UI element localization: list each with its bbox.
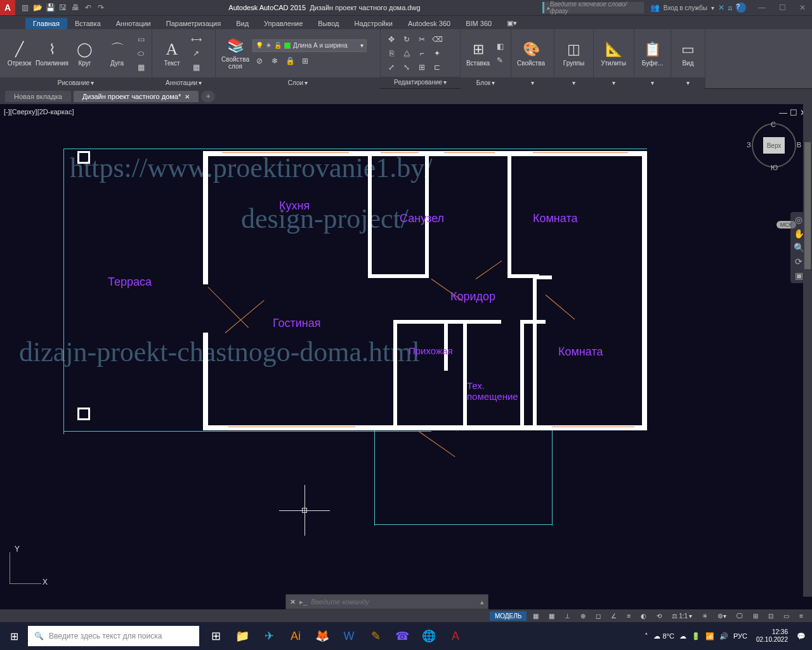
layer-combo[interactable]: 💡 ☀ 🔓 Длина А и ширина ▾ [252,39,367,52]
hardware-icon[interactable]: ⊞ [749,612,762,620]
layer-match-icon[interactable]: ⊞ [299,55,311,67]
command-line[interactable]: ✕ ▸_ ▴ [285,594,488,609]
insert-button[interactable]: ⊞Вставка [464,30,492,76]
snap-icon[interactable]: ▦ [545,612,558,620]
move-icon[interactable]: ✥ [385,33,398,46]
panel-block-title[interactable]: Блок ▾ [461,77,511,89]
copy-icon[interactable]: ⎘ [385,47,398,60]
panel-modify-title[interactable]: Редактирование ▾ [381,77,460,88]
viewport-label[interactable]: [-][Сверху][2D-каркас] [4,108,74,116]
tab-manage[interactable]: Управление [256,18,310,29]
onedrive-icon[interactable]: ☁ [679,632,686,640]
volume-icon[interactable]: 🔊 [719,632,728,640]
panel-util-title[interactable]: ▾ [594,77,634,89]
help-search-input[interactable]: ▸ Введите ключевое слово/фразу [542,2,644,13]
tab-annotate[interactable]: Аннотации [108,18,159,29]
app-store-icon[interactable]: ⩍ [728,3,732,12]
tab-output[interactable]: Вывод [310,18,346,29]
wifi-icon[interactable]: 📶 [705,632,714,640]
ortho-icon[interactable]: ⊥ [561,612,574,620]
tab-home[interactable]: Главная [25,18,67,29]
offset-icon[interactable]: ⊏ [431,61,443,74]
battery-icon[interactable]: 🔋 [691,632,700,640]
polar-icon[interactable]: ⊕ [577,612,589,620]
minimize-button[interactable]: — [752,0,771,15]
orbit-icon[interactable]: ⟳ [795,256,802,267]
close-button[interactable]: ✕ [793,0,812,15]
tab-addins[interactable]: Надстройки [347,18,400,29]
trim-icon[interactable]: ✂ [416,33,428,46]
qat-undo-icon[interactable]: ↶ [82,2,94,13]
viber-icon[interactable]: ☎ [390,622,415,650]
scale-icon[interactable]: ⤡ [400,61,413,74]
table-icon[interactable]: ▦ [190,61,202,74]
lang-indicator[interactable]: РУС [733,632,747,640]
panel-draw-title[interactable]: Рисование ▾ [0,77,152,89]
signin-area[interactable]: 👥 Вход в службы ▾ ✕ ⩍ ? [644,3,752,13]
panel-annot-title[interactable]: Аннотации ▾ [152,77,215,89]
showmotion-icon[interactable]: ▣ [795,270,803,281]
qat-new-icon[interactable]: ▥ [19,2,30,13]
text-button[interactable]: AТекст [156,30,188,76]
ai-icon[interactable]: Ai [283,622,308,650]
exchange-icon[interactable]: ✕ [718,3,724,12]
edit-block-icon[interactable]: ✎ [494,54,506,67]
taskbar-clock[interactable]: 12:3602.10.2022 [752,628,792,644]
pan-icon[interactable]: ✋ [794,229,804,239]
doctab-current[interactable]: Дизайн проект частного дома*✕ [74,91,199,102]
hatch-icon[interactable]: ▦ [134,61,147,74]
weather-icon[interactable]: ☁ 8°C [653,632,674,640]
utilities-button[interactable]: 📐Утилиты [598,30,629,76]
layer-freeze-icon[interactable]: ❄ [268,55,281,67]
line-button[interactable]: ╱Отрезок [4,30,35,76]
doctab-add[interactable]: + [201,91,215,102]
qat-redo-icon[interactable]: ↷ [95,2,107,13]
qat-saveas-icon[interactable]: 🖫 [57,2,69,13]
layer-off-icon[interactable]: ⊘ [253,55,266,67]
groups-button[interactable]: ◫Группы [558,30,589,76]
pencil-icon[interactable]: ✎ [363,622,388,650]
layer-props-button[interactable]: 📚Свойства слоя [219,30,251,76]
cycling-icon[interactable]: ⟲ [653,612,665,620]
doctab-new[interactable]: Новая вкладка [5,91,71,102]
ellipse-icon[interactable]: ⬭ [134,47,147,60]
autocad-icon[interactable]: A [443,622,468,650]
tab-a360[interactable]: Autodesk 360 [400,18,458,29]
maximize-button[interactable]: ☐ [773,0,792,15]
isolate-icon[interactable]: ⊡ [764,612,777,620]
customization-icon[interactable]: ≡ [796,612,807,620]
help-icon[interactable]: ? [736,3,746,13]
firefox-icon[interactable]: 🦊 [310,622,335,650]
monitor-icon[interactable]: 🖵 [733,612,747,620]
osnap-icon[interactable]: ◻ [592,612,605,620]
circle-button[interactable]: ◯Круг [69,30,100,76]
otrack-icon[interactable]: ∠ [607,612,620,620]
telegram-icon[interactable]: ✈ [256,622,282,650]
stretch-icon[interactable]: ⤢ [385,61,398,74]
start-button[interactable]: ⊞ [0,622,28,650]
modelspace-button[interactable]: МОДЕЛЬ [490,611,527,621]
explorer-icon[interactable]: 📁 [230,622,255,650]
clipboard-button[interactable]: 📋Буфе... [638,30,667,76]
vp-minimize-icon[interactable]: — [779,108,787,117]
steering-wheel-icon[interactable]: ◎ [795,215,802,225]
workspace-icon[interactable]: ⚙▾ [714,612,730,620]
polyline-button[interactable]: ⌇Полилиния [36,30,68,76]
explode-icon[interactable]: ✦ [431,47,443,60]
qat-open-icon[interactable]: 📂 [32,2,43,13]
panel-view-title[interactable]: ▾ [671,77,705,89]
viewcube[interactable]: Верх С В Ю З [752,123,796,168]
tab-view[interactable]: Вид [228,18,256,29]
erase-icon[interactable]: ⌫ [431,33,443,46]
app-logo[interactable]: A [0,0,15,15]
zoom-icon[interactable]: 🔍 [794,242,804,253]
drawing-viewport[interactable]: [-][Сверху][2D-каркас] — ☐ ✕ https://www… [0,104,812,597]
create-block-icon[interactable]: ◧ [494,40,506,53]
chrome-icon[interactable]: 🌐 [416,622,442,650]
panel-toggle-icon[interactable]: ▣▾ [499,17,525,29]
qat-save-icon[interactable]: 💾 [44,2,56,13]
arc-button[interactable]: ⌒Дуга [102,30,133,76]
word-icon[interactable]: W [336,622,362,650]
rotate-icon[interactable]: ↻ [400,33,413,46]
annoscale-button[interactable]: ⚖ 1:1▾ [668,612,696,620]
